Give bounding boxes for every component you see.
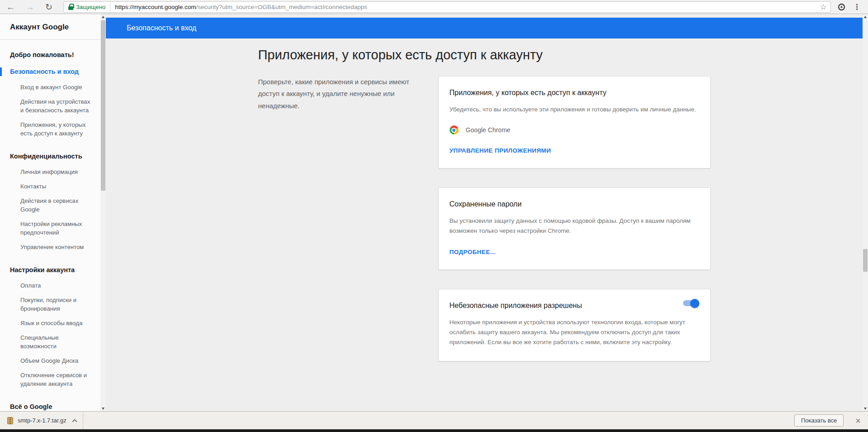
- sidebar-item-accessibility[interactable]: Специальные возможности: [0, 333, 100, 350]
- show-all-downloads-button[interactable]: Показать все: [794, 414, 844, 427]
- sidebar-item-signin[interactable]: Вход в аккаунт Google: [0, 83, 100, 91]
- app-access-card: Приложения, у которых есть доступ к акка…: [438, 76, 711, 168]
- sidebar-item-content-management[interactable]: Управление контентом: [0, 243, 100, 251]
- page-intro-text: Проверьте, какие приложения и сервисы им…: [258, 76, 414, 361]
- bottom-edge-strip: [0, 429, 868, 432]
- sidebar-item-payments[interactable]: Оплата: [0, 281, 100, 290]
- sidebar-scrollbar[interactable]: [100, 14, 106, 411]
- card-body: Вы установили защиту данных с помощью ко…: [450, 216, 699, 236]
- url-text[interactable]: https://myaccount.google.com/security?ut…: [115, 4, 816, 10]
- forward-icon[interactable]: →: [26, 3, 34, 11]
- page-body: Аккаунт Google Добро пожаловать! Безопас…: [0, 14, 868, 411]
- saved-passwords-card: Сохраненные пароли Вы установили защиту …: [438, 187, 711, 270]
- sidebar-item-welcome[interactable]: Добро пожаловать!: [0, 51, 100, 59]
- download-filename: smtp-7.x-1.7.tar.gz: [18, 417, 66, 424]
- sidebar-item-delete-account[interactable]: Отключение сервисов и удаление аккаунта: [0, 371, 100, 388]
- sidebar-item-purchases[interactable]: Покупки, подписки и бронирования: [0, 296, 100, 313]
- sidebar-item-connected-apps[interactable]: Приложения, у которых есть доступ к акка…: [0, 120, 100, 138]
- bookmark-star-icon[interactable]: ☆: [820, 2, 827, 12]
- sidebar-item-language[interactable]: Язык и способы ввода: [0, 319, 100, 327]
- url-domain: https://myaccount.google.com: [115, 4, 196, 10]
- sidebar-item-device-activity[interactable]: Действия на устройствах и безопасность а…: [0, 97, 100, 115]
- connected-app-name: Google Chrome: [466, 126, 511, 134]
- lock-icon: [68, 4, 73, 10]
- sidebar: Аккаунт Google Добро пожаловать! Безопас…: [0, 14, 100, 411]
- unsafe-apps-card: Небезопасные приложения разрешены Некото…: [438, 289, 711, 361]
- sidebar-scrollbar-thumb[interactable]: [101, 20, 105, 191]
- page-scrollbar-thumb[interactable]: [863, 249, 868, 272]
- scroll-up-icon[interactable]: [100, 14, 106, 19]
- card-title: Небезопасные приложения разрешены: [450, 301, 699, 310]
- manage-apps-link[interactable]: УПРАВЛЕНИЕ ПРИЛОЖЕНИЯМИ: [450, 147, 551, 154]
- scroll-up-icon[interactable]: [863, 14, 868, 19]
- chevron-up-icon[interactable]: [72, 419, 77, 424]
- download-bar: smtp-7.x-1.7.tar.gz Показать все ×: [0, 411, 868, 429]
- scroll-down-icon[interactable]: [863, 406, 868, 411]
- menu-kebab-icon[interactable]: ⋮: [850, 2, 863, 12]
- sidebar-app-title: Аккаунт Google: [0, 14, 100, 40]
- toggle-knob: [690, 299, 699, 308]
- sidebar-item-activity-controls[interactable]: Действия в сервисах Google: [0, 197, 100, 214]
- download-bar-divider: [83, 412, 83, 430]
- close-icon[interactable]: ×: [855, 416, 861, 425]
- card-title: Приложения, у которых есть доступ к акка…: [450, 88, 699, 97]
- url-path: /security?utm_source=OGB&utm_medium=act#…: [196, 4, 367, 10]
- omnibox-divider: [110, 3, 110, 11]
- sidebar-item-account-prefs[interactable]: Настройки аккаунта: [0, 266, 100, 274]
- page-title: Приложения, у которых есть доступ к акка…: [258, 46, 711, 64]
- sidebar-item-security[interactable]: Безопасность и вход: [0, 67, 100, 76]
- extension-icon[interactable]: [837, 3, 846, 11]
- sidebar-nav: Добро пожаловать! Безопасность и вход Вх…: [0, 51, 100, 411]
- main-content: Безопасность и вход Приложения, у которы…: [106, 14, 863, 411]
- sidebar-item-ads-settings[interactable]: Настройки рекламных предпочтений: [0, 220, 100, 237]
- card-title: Сохраненные пароли: [450, 200, 699, 209]
- sidebar-item-privacy[interactable]: Конфиденциальность: [0, 152, 100, 161]
- back-icon[interactable]: ←: [6, 3, 15, 11]
- url-bar[interactable]: Защищено https://myaccount.google.com/se…: [63, 1, 831, 13]
- archive-file-icon: [7, 417, 13, 424]
- scroll-down-icon[interactable]: [100, 406, 106, 411]
- security-chip[interactable]: Защищено: [76, 4, 105, 10]
- page-scrollbar[interactable]: [863, 14, 868, 411]
- download-item[interactable]: smtp-7.x-1.7.tar.gz: [0, 412, 83, 429]
- browser-toolbar: ← → ↻ Защищено https://myaccount.google.…: [0, 0, 868, 14]
- card-body: Некоторые приложения и устройства исполь…: [450, 317, 699, 347]
- unsafe-apps-toggle[interactable]: [683, 300, 698, 306]
- sidebar-item-personal-info[interactable]: Личная информация: [0, 168, 100, 176]
- section-header-title: Безопасность и вход: [127, 24, 196, 32]
- chrome-logo-icon: [450, 125, 459, 134]
- sidebar-item-contacts[interactable]: Контакты: [0, 182, 100, 191]
- sidebar-item-about-google[interactable]: Всё о Google: [0, 403, 100, 411]
- reload-icon[interactable]: ↻: [45, 3, 52, 11]
- section-header-bar: Безопасность и вход: [106, 18, 863, 38]
- learn-more-link[interactable]: ПОДРОБНЕЕ...: [450, 249, 496, 255]
- connected-app-row[interactable]: Google Chrome: [450, 125, 699, 134]
- card-body: Убедитесь, что вы используете эти прилож…: [450, 105, 699, 115]
- sidebar-item-drive-storage[interactable]: Объем Google Диска: [0, 356, 100, 365]
- cards-column: Приложения, у которых есть доступ к акка…: [438, 76, 711, 361]
